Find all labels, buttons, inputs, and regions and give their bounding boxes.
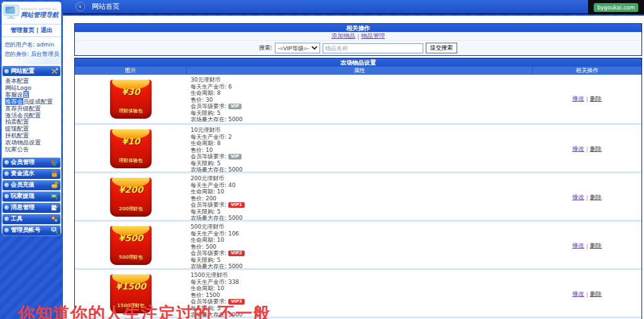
price-value: 500 [206, 244, 216, 250]
action-divider: | [586, 194, 588, 201]
related-ops-panel: 相关操作 添加物品 | 物品管理 搜索: -=VIP等级=- 提交搜索 [74, 23, 642, 56]
nav-divider: | [36, 26, 38, 33]
sidebar-item-player-notice[interactable]: 玩家公告 [5, 146, 61, 153]
packet-amount: ¥200 [110, 185, 152, 195]
produce-value: 6 [228, 84, 232, 90]
modify-link[interactable]: 修改 [572, 242, 584, 250]
delete-link[interactable]: 删除 [590, 290, 602, 298]
back-arrow-icon[interactable]: ‹ [75, 2, 85, 11]
life-value: 8 [217, 140, 221, 146]
sidebar-section-member-management[interactable]: 会员管理 [3, 158, 60, 168]
produce-label: 每天生产金币: [191, 182, 226, 188]
item-attributes: 500元理财币 每天生产金币: 106 生命周期: 10 售价: 500 会员等… [187, 222, 533, 270]
modify-link[interactable]: 修改 [572, 145, 584, 153]
limit-label: 每天限购: [191, 110, 215, 116]
life-label: 生命周期: [191, 285, 215, 291]
max-value: 5000 [228, 116, 243, 122]
item-name: 200元理财币 [191, 175, 533, 182]
action-divider: | [586, 146, 588, 153]
item-image-cell: ¥200 200理财包 [75, 173, 187, 222]
username-value: admin [36, 41, 54, 48]
sidebar-section-admin-account[interactable]: 管理员帐号 [3, 225, 60, 235]
produce-label: 每天生产金币: [191, 279, 226, 285]
table-row: ¥30 理财体验包 30元理财币 每天生产金币: 6 生命周期: 8 售价: 3… [75, 75, 641, 123]
vip-badge: VIP1 [228, 202, 245, 208]
message-icon [50, 203, 58, 212]
lock-icon [50, 170, 58, 178]
table-row: ¥200 200理财包 200元理财币 每天生产金币: 40 生命周期: 10 … [75, 171, 641, 220]
limit-value: 5 [217, 110, 221, 116]
modify-link[interactable]: 修改 [572, 95, 584, 103]
item-attributes: 200元理财币 每天生产金币: 40 生命周期: 10 售价: 200 会员等级… [187, 173, 533, 222]
limit-label: 每天限购: [191, 257, 215, 263]
item-image-cell: ¥30 理财体验包 [75, 75, 187, 123]
produce-value: 338 [228, 279, 239, 285]
produce-label: 每天生产金币: [191, 84, 226, 90]
limit-value: 5 [217, 257, 221, 263]
site-url-badge[interactable]: bygoukai.com [594, 3, 639, 12]
delete-link[interactable]: 删除 [590, 145, 602, 153]
item-attributes: 10元理财币 每天生产金币: 2 生命周期: 8 售价: 10 会员等级要求: … [187, 125, 533, 173]
sidebar-section-player-withdraw[interactable]: 玩家提现 [3, 192, 60, 202]
delete-link[interactable]: 删除 [590, 193, 602, 202]
role-value: 后台管理员 [31, 51, 59, 57]
action-divider: | [586, 95, 588, 102]
price-label: 售价: [191, 195, 204, 202]
search-label: 搜索: [259, 44, 272, 52]
vip-label: 会员等级要求: [191, 153, 226, 160]
item-name-input[interactable] [323, 43, 423, 53]
bullet-icon [4, 69, 9, 73]
item-name: 1500元理财币 [191, 272, 533, 279]
submit-search-button[interactable]: 提交搜索 [426, 43, 457, 53]
sidebar-section-tools[interactable]: 工具 [3, 214, 60, 224]
price-label: 售价: [191, 147, 204, 153]
packet-label: 500理财包 [110, 254, 152, 261]
vip-badge: VIP2 [228, 251, 245, 256]
packet-amount: ¥1500 [110, 281, 152, 291]
max-label: 农场最大存在: [191, 116, 226, 122]
role-label: 您的身份: [4, 51, 29, 57]
item-image-cell: ¥500 500理财包 [75, 222, 187, 270]
item-actions: 修改 | 删除 [533, 75, 641, 123]
modify-link[interactable]: 修改 [572, 290, 584, 298]
bullet-icon [4, 194, 9, 198]
tools-icon [50, 67, 58, 75]
vip-level-select[interactable]: -=VIP等级=- [275, 43, 320, 53]
item-management-link[interactable]: 物品管理 [361, 32, 385, 40]
delete-link[interactable]: 删除 [590, 95, 602, 103]
packet-amount: ¥10 [110, 136, 152, 146]
sidebar-section-site-config[interactable]: 网站配置 [3, 66, 60, 76]
life-label: 生命周期: [191, 237, 215, 243]
action-divider: | [586, 291, 588, 298]
add-item-link[interactable]: 添加物品 [331, 32, 355, 40]
red-packet-image: ¥200 200理财包 [110, 178, 152, 217]
red-packet-image: ¥10 理财体验包 [110, 129, 152, 168]
top-header-bar: ‹ 网站首页 bygoukai.com [63, 0, 644, 14]
sidebar-section-member-recharge[interactable]: 会员充值$ [3, 180, 60, 190]
bullet-icon [4, 205, 9, 210]
page-title: 网站首页 [92, 0, 119, 14]
delete-link[interactable]: 删除 [590, 242, 602, 250]
sidebar-sections: 会员管理资金流水会员充值$玩家提现消息管理工具管理员帐号 [2, 158, 61, 235]
admin-home-link[interactable]: 管理首页 [10, 26, 34, 33]
modify-link[interactable]: 修改 [572, 193, 584, 202]
max-label: 农场最大存在: [191, 166, 226, 173]
sidebar-logo: MANAGER NAVIGATES 网站管理导航 [2, 2, 61, 24]
sidebar-section-fund-flow[interactable]: 资金流水 [3, 169, 60, 179]
sidebar-section-message-management[interactable]: 消息管理 [3, 203, 60, 213]
related-ops-title: 相关操作 [75, 24, 641, 32]
link-divider: | [357, 33, 359, 40]
max-value: 5000 [228, 263, 243, 269]
table-body: ¥30 理财体验包 30元理财币 每天生产金币: 6 生命周期: 8 售价: 3… [75, 75, 641, 319]
max-label: 农场最大存在: [191, 215, 226, 221]
vip-badge: VIP [228, 104, 242, 109]
item-actions: 修改 | 删除 [533, 270, 641, 318]
logout-link[interactable]: 退出 [41, 26, 53, 33]
price-value: 200 [206, 195, 216, 202]
life-value: 10 [217, 188, 224, 195]
produce-value: 106 [228, 230, 239, 237]
vip-badge: VIP [228, 154, 242, 160]
max-value: 5000 [228, 215, 243, 221]
col-attributes: 属性 [187, 67, 533, 75]
farm-items-title: 农场物品设置 [75, 58, 641, 67]
